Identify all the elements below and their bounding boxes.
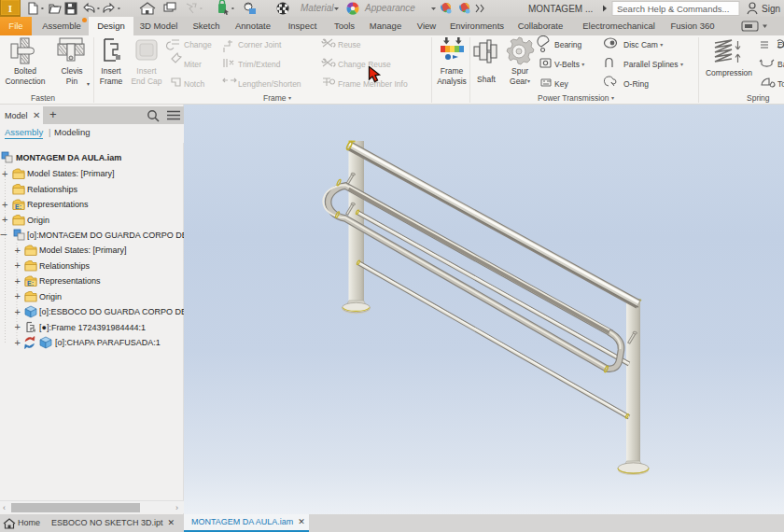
svg-text:Appearance: Appearance (364, 3, 415, 13)
svg-text:Sign: Sign (762, 4, 780, 14)
svg-text:+: + (15, 306, 21, 317)
svg-text:+: + (2, 199, 7, 210)
svg-text:+: + (15, 321, 21, 332)
svg-text:To: To (777, 79, 784, 89)
svg-text:E:: E: (27, 280, 34, 287)
svg-text:I: I (8, 3, 12, 14)
svg-text:+: + (2, 168, 7, 179)
svg-text:Ba: Ba (777, 60, 784, 69)
svg-text:+: + (15, 337, 21, 348)
svg-text:+: + (2, 214, 7, 225)
svg-text:+: + (15, 245, 21, 256)
svg-text:MONTAGEM ...: MONTAGEM ... (528, 4, 593, 14)
svg-text:Search Help & Commands...: Search Help & Commands... (617, 4, 729, 14)
svg-text:–: – (1, 228, 7, 241)
svg-text:+: + (15, 275, 21, 287)
svg-text:E:: E: (15, 203, 21, 210)
svg-text:+: + (15, 259, 21, 271)
svg-text:Material: Material (301, 3, 334, 13)
svg-text:+: + (15, 290, 21, 301)
